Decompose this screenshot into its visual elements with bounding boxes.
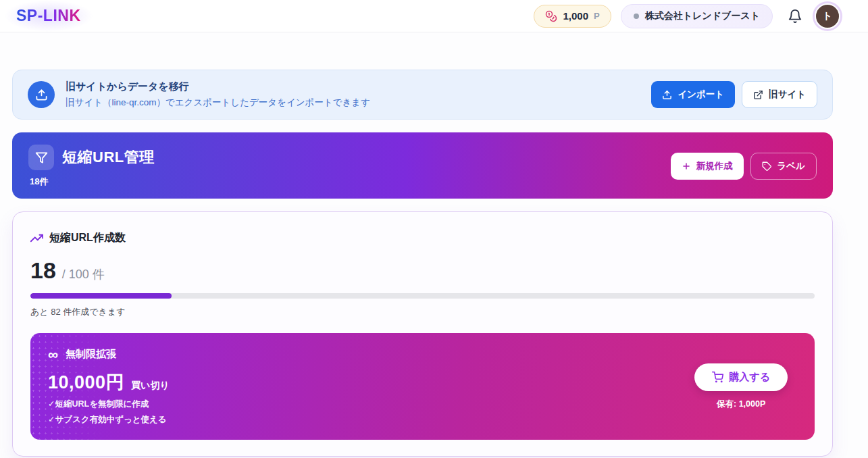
url-manager-header: 短縮URL管理 18件 新規作成 ラベル <box>12 132 833 199</box>
create-new-button[interactable]: 新規作成 <box>671 153 744 180</box>
page-title: 短縮URL管理 <box>62 147 155 168</box>
promo-price-note: 買い切り <box>131 380 170 392</box>
balance-text: 保有: 1,000P <box>717 399 765 410</box>
upload-icon <box>662 90 672 100</box>
logo-text: SP-LINK <box>16 7 81 24</box>
create-new-button-label: 新規作成 <box>696 160 733 172</box>
notifications-button[interactable] <box>785 6 805 26</box>
progress-fill <box>30 293 172 299</box>
trending-up-icon <box>30 232 43 245</box>
status-dot-icon <box>634 14 639 19</box>
points-value: 1,000 <box>563 10 588 22</box>
migration-title: 旧サイトからデータを移行 <box>66 80 640 93</box>
company-badge[interactable]: 株式会社トレンドブースト <box>621 4 773 28</box>
unlimited-promo-card: ∞ 無制限拡張 10,000円 買い切り ✓短縮URLを無制限に作成 ✓サブスク… <box>30 333 815 440</box>
external-link-icon <box>753 90 763 100</box>
promo-feature-2: ✓サブスク有効中ずっと使える <box>48 414 170 426</box>
migration-banner: 旧サイトからデータを移行 旧サイト（line-qr.com）でエクスポートしたデ… <box>12 70 833 120</box>
url-stats-card: 短縮URL作成数 18 / 100 件 あと 82 件作成できます ∞ 無制限拡… <box>12 211 833 457</box>
migration-banner-text: 旧サイトからデータを移行 旧サイト（line-qr.com）でエクスポートしたデ… <box>66 80 640 109</box>
filter-icon <box>28 145 54 170</box>
url-count-badge: 18件 <box>30 176 155 188</box>
promo-purchase-area: 購入する 保有: 1,000P <box>694 363 788 410</box>
progress-bar <box>30 293 815 299</box>
plus-icon <box>682 161 691 171</box>
stats-title: 短縮URL作成数 <box>49 231 126 245</box>
bell-icon <box>788 9 802 24</box>
promo-details: ∞ 無制限拡張 10,000円 買い切り ✓短縮URLを無制限に作成 ✓サブスク… <box>48 347 170 426</box>
stats-total-count: / 100 件 <box>62 266 105 282</box>
stats-current-count: 18 <box>30 257 56 284</box>
promo-price: 10,000円 <box>48 370 124 395</box>
stats-header: 短縮URL作成数 <box>30 231 815 245</box>
top-right-cluster: 1,000 P 株式会社トレンドブースト ト <box>534 3 840 29</box>
remaining-text: あと 82 件作成できます <box>30 306 815 318</box>
infinity-icon: ∞ <box>48 347 58 361</box>
migration-actions: インポート 旧サイト <box>651 81 817 108</box>
labels-button-label: ラベル <box>777 160 805 172</box>
app-logo[interactable]: SP-LINK <box>7 3 91 29</box>
old-site-button[interactable]: 旧サイト <box>742 81 817 108</box>
buy-button[interactable]: 購入する <box>694 363 788 391</box>
promo-feature-1: ✓短縮URLを無制限に作成 <box>48 399 170 410</box>
buy-button-label: 購入する <box>729 371 770 384</box>
labels-button[interactable]: ラベル <box>750 153 817 180</box>
top-bar: SP-LINK 1,000 P 株式会社トレンドブースト ト <box>0 0 868 32</box>
points-unit: P <box>594 11 600 21</box>
import-button-label: インポート <box>678 88 724 101</box>
import-button[interactable]: インポート <box>651 81 735 108</box>
tag-icon <box>762 161 772 172</box>
points-badge[interactable]: 1,000 P <box>534 5 611 28</box>
user-avatar[interactable]: ト <box>815 3 840 29</box>
company-name: 株式会社トレンドブースト <box>645 10 760 22</box>
url-manager-titlebox: 短縮URL管理 18件 <box>28 145 155 188</box>
coins-icon <box>545 10 557 22</box>
migration-subtitle: 旧サイト（line-qr.com）でエクスポートしたデータをインポートできます <box>66 97 640 109</box>
cart-icon <box>712 372 723 383</box>
promo-title: 無制限拡張 <box>66 348 116 361</box>
old-site-button-label: 旧サイト <box>769 88 806 101</box>
url-manager-actions: 新規作成 ラベル <box>671 153 817 180</box>
stats-count-row: 18 / 100 件 <box>30 257 815 284</box>
avatar-initial: ト <box>823 10 832 22</box>
upload-circle-icon <box>28 81 55 108</box>
